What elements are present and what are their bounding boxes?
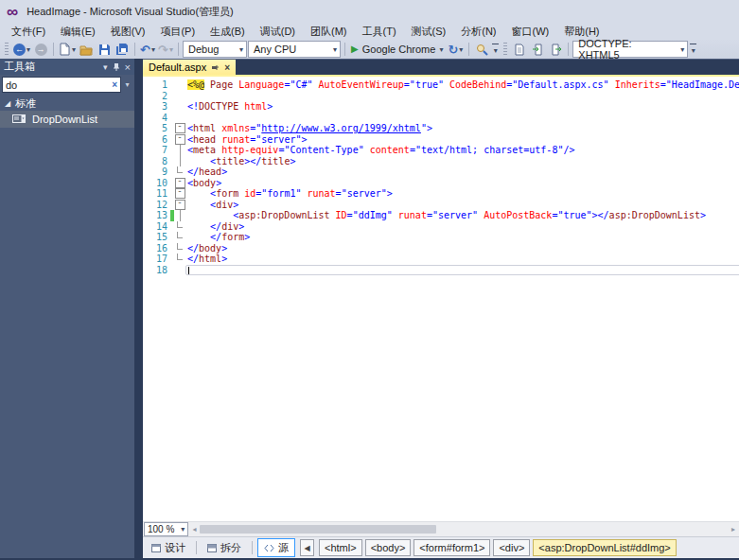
menu-item[interactable]: 分析(N): [453, 24, 503, 40]
chevron-down-icon[interactable]: ▾: [439, 45, 443, 54]
code-text[interactable]: </div>: [185, 221, 739, 233]
tag-navigator-item[interactable]: <div>: [493, 539, 530, 556]
menu-item[interactable]: 工具(T): [355, 24, 404, 40]
zoom-value: 100 %: [148, 524, 174, 534]
menu-item[interactable]: 团队(M): [303, 24, 355, 40]
tab-default-aspx[interactable]: Default.aspx ×: [143, 60, 236, 75]
solution-platform-dropdown[interactable]: Any CPU ▾: [248, 41, 341, 58]
close-icon[interactable]: ×: [125, 61, 131, 73]
code-text[interactable]: <form id="form1" runat="server">: [185, 188, 739, 200]
menu-item[interactable]: 文件(F): [4, 24, 53, 40]
close-icon[interactable]: ×: [224, 62, 230, 73]
collapse-toggle-icon[interactable]: -: [174, 188, 185, 200]
code-text[interactable]: [185, 113, 739, 124]
export-markup-button[interactable]: [547, 41, 564, 58]
document-outline-button[interactable]: [511, 41, 528, 58]
import-markup-button[interactable]: [529, 41, 546, 58]
collapse-minus-icon[interactable]: -: [175, 200, 185, 210]
toolbox-section-standard[interactable]: ◢ 标准: [0, 96, 134, 111]
collapse-minus-icon[interactable]: -: [175, 134, 185, 145]
menu-item[interactable]: 调试(D): [253, 24, 303, 40]
code-text[interactable]: <body>: [185, 178, 739, 189]
menu-item[interactable]: 帮助(H): [556, 24, 607, 40]
code-text[interactable]: </body>: [185, 243, 739, 254]
menu-item[interactable]: 生成(B): [202, 24, 253, 40]
code-line: 4: [143, 113, 739, 124]
solution-configuration-dropdown[interactable]: Debug ▾: [183, 41, 247, 58]
menu-item[interactable]: 视图(V): [103, 24, 153, 40]
chevron-down-icon[interactable]: ▾: [26, 45, 30, 54]
view-button-source[interactable]: 源: [257, 538, 295, 557]
menu-item[interactable]: 窗口(W): [504, 24, 557, 40]
code-text[interactable]: <meta http-equiv="Content-Type" content=…: [185, 145, 739, 156]
code-text[interactable]: <div>: [185, 200, 739, 211]
view-button-design[interactable]: 设计: [146, 539, 191, 556]
tag-navigator-item[interactable]: <asp:DropDownList#ddImg>: [533, 539, 676, 556]
collapse-toggle-icon[interactable]: -: [174, 123, 185, 134]
pin-icon[interactable]: [113, 62, 120, 72]
menu-item[interactable]: 测试(S): [404, 24, 454, 40]
refresh-button[interactable]: ↻ ▾: [446, 41, 465, 58]
separator: [196, 541, 197, 554]
save-all-button[interactable]: [114, 41, 131, 58]
toolbox-header[interactable]: 工具箱 ▾ ×: [0, 59, 134, 75]
chevron-down-icon[interactable]: ▾: [72, 45, 76, 54]
navigate-forward-button[interactable]: →: [32, 41, 49, 58]
panel-splitter[interactable]: [134, 59, 143, 558]
clear-search-icon[interactable]: ×: [112, 79, 117, 90]
pin-icon[interactable]: [211, 63, 220, 72]
scroll-left-icon[interactable]: ◂: [188, 525, 200, 534]
toolbox-item-dropdownlist[interactable]: DropDownList: [0, 111, 134, 128]
collapse-toggle-icon[interactable]: -: [174, 200, 185, 211]
doctype-dropdown[interactable]: DOCTYPE: XHTML5 ▾: [572, 41, 688, 58]
chevron-down-icon[interactable]: ▾: [459, 45, 463, 54]
tag-navigator-item[interactable]: <html>: [319, 539, 362, 556]
search-options-icon[interactable]: ▾: [122, 80, 132, 89]
tag-navigator-item[interactable]: <body>: [365, 539, 412, 556]
collapse-minus-icon[interactable]: -: [175, 178, 185, 188]
toolbar-grip[interactable]: [503, 43, 507, 56]
code-text[interactable]: </head>: [185, 166, 739, 178]
redo-button[interactable]: ↷ ▾: [157, 41, 174, 58]
collapse-minus-icon[interactable]: -: [175, 188, 185, 199]
start-debugging-button[interactable]: ▶ Google Chrome ▾: [349, 41, 445, 58]
window-position-icon[interactable]: ▾: [103, 62, 108, 72]
code-text[interactable]: [185, 91, 739, 102]
collapse-toggle-icon[interactable]: -: [174, 134, 185, 146]
toolbar-grip[interactable]: [5, 43, 9, 56]
collapse-minus-icon[interactable]: -: [175, 123, 185, 133]
new-file-button[interactable]: ▾: [58, 41, 77, 58]
horizontal-scrollbar-thumb[interactable]: [200, 525, 436, 534]
code-text[interactable]: </html>: [185, 254, 739, 265]
toolbar-overflow-button[interactable]: ▾: [689, 42, 697, 57]
view-button-split[interactable]: 拆分: [202, 539, 247, 556]
code-text[interactable]: <asp:DropDownList ID="ddImg" runat="serv…: [185, 210, 739, 221]
new-file-icon: [59, 43, 71, 56]
doctype-value: DOCTYPE: XHTML5: [578, 38, 675, 61]
save-button[interactable]: [96, 41, 113, 58]
tag-navigator-back-button[interactable]: ◀: [300, 539, 314, 556]
code-text[interactable]: <title></title>: [185, 156, 739, 167]
code-editor[interactable]: 1<%@ Page Language="C#" AutoEventWireup=…: [143, 77, 739, 521]
navigate-back-button[interactable]: ← ▾: [12, 41, 31, 58]
scroll-right-icon[interactable]: ▸: [728, 525, 739, 534]
toolbox-search-input[interactable]: do ×: [2, 77, 121, 93]
code-text[interactable]: </form>: [185, 232, 739, 243]
toolbar-overflow-button[interactable]: ▾: [491, 42, 500, 57]
code-text[interactable]: <html xmlns="http://www.w3.org/1999/xhtm…: [185, 123, 739, 134]
code-line: 5-<html xmlns="http://www.w3.org/1999/xh…: [143, 123, 739, 134]
code-text[interactable]: <head runat="server">: [185, 134, 739, 146]
find-in-files-button[interactable]: [473, 41, 490, 58]
open-file-button[interactable]: [78, 41, 95, 58]
code-line: 16</body>: [143, 243, 739, 254]
code-area[interactable]: 1<%@ Page Language="C#" AutoEventWireup=…: [143, 77, 739, 521]
zoom-dropdown[interactable]: 100 % ▾: [144, 522, 188, 536]
code-text[interactable]: <!DOCTYPE html>: [185, 101, 739, 113]
code-text[interactable]: [185, 265, 739, 276]
menu-item[interactable]: 编辑(E): [53, 24, 103, 40]
tag-navigator-item[interactable]: <form#form1>: [413, 539, 490, 556]
menu-item[interactable]: 项目(P): [152, 24, 202, 40]
undo-button[interactable]: ↶ ▾: [139, 41, 156, 58]
code-text[interactable]: <%@ Page Language="C#" AutoEventWireup="…: [185, 79, 739, 91]
chevron-down-icon[interactable]: ▾: [151, 45, 155, 54]
